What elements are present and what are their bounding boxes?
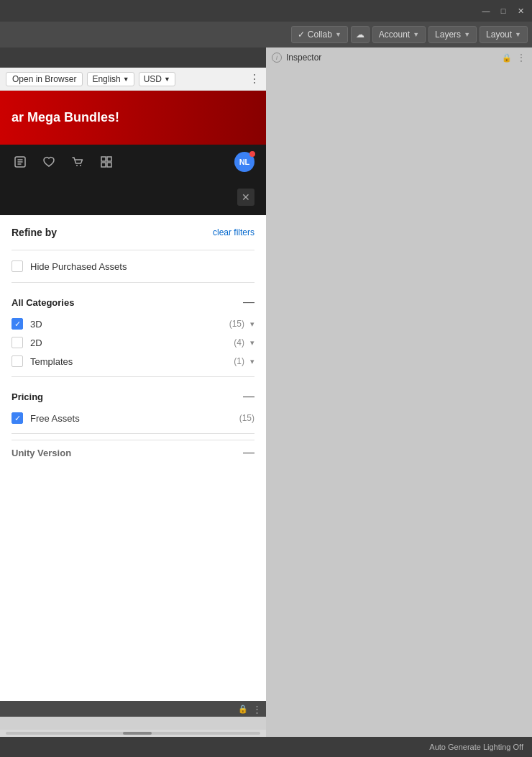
category-2d-item[interactable]: 2D (4) ▾: [12, 333, 254, 352]
bottom-lock-bar: 🔒 ⋮: [0, 701, 266, 717]
caret-icon: ▼: [164, 76, 170, 83]
collapse-unity-version-icon[interactable]: —: [243, 446, 254, 459]
hide-purchased-assets-checkbox[interactable]: [12, 260, 23, 272]
svg-rect-4: [107, 157, 111, 161]
hide-purchased-assets-label: Hide Purchased Assets: [30, 261, 127, 272]
svg-rect-5: [101, 163, 106, 167]
close-button[interactable]: ✕: [515, 5, 526, 17]
divider4: [12, 433, 254, 434]
download-icon[interactable]: [12, 153, 29, 171]
inspector-tab-label: Inspector: [286, 53, 321, 63]
inspector-info-icon: i: [272, 53, 282, 63]
checkmark-icon: ✓: [298, 30, 305, 40]
category-2d-chevron[interactable]: ▾: [250, 338, 254, 348]
clear-filters-link[interactable]: clear filters: [213, 227, 254, 237]
left-panel: Open in Browser English ▼ USD ▼ ⋮ ar Meg…: [0, 68, 266, 717]
grid-icon[interactable]: [98, 153, 115, 171]
account-button[interactable]: Account ▼: [372, 26, 426, 43]
category-templates-count: (1): [234, 356, 244, 366]
panel-tabs-row: i Inspector 🔒 ⋮: [0, 47, 532, 68]
dots-icon[interactable]: ⋮: [516, 52, 526, 63]
category-2d-label: 2D: [30, 337, 231, 348]
currency-selector[interactable]: USD ▼: [139, 72, 175, 86]
pricing-title: Pricing: [12, 391, 43, 402]
cloud-button[interactable]: ☁: [351, 26, 370, 43]
lock-icon-small[interactable]: 🔒: [238, 704, 248, 714]
language-selector[interactable]: English ▼: [87, 72, 134, 86]
all-categories-title: All Categories: [12, 297, 74, 308]
avatar[interactable]: NL: [234, 152, 254, 172]
category-templates-item[interactable]: Templates (1) ▾: [12, 352, 254, 371]
collapse-pricing-icon[interactable]: —: [243, 390, 254, 403]
divider2: [12, 282, 254, 283]
open-in-browser-button[interactable]: Open in Browser: [6, 72, 83, 86]
unity-version-title: Unity Version: [12, 448, 71, 458]
nav-icons-bar: NL: [0, 145, 266, 179]
svg-point-2: [80, 165, 81, 166]
status-bar: Auto Generate Lighting Off: [0, 737, 532, 757]
search-area: ✕: [0, 179, 266, 215]
category-3d-label: 3D: [30, 319, 226, 330]
refine-header: Refine by clear filters: [12, 227, 254, 238]
free-assets-checkbox[interactable]: [12, 412, 23, 424]
unity-version-header: Unity Version —: [12, 440, 254, 465]
hide-purchased-assets-item: Hide Purchased Assets: [12, 256, 254, 276]
category-3d-checkbox[interactable]: [12, 318, 23, 330]
banner: ar Mega Bundles!: [0, 91, 266, 145]
category-templates-checkbox[interactable]: [12, 355, 23, 367]
divider3: [12, 376, 254, 377]
refine-section: Refine by clear filters Hide Purchased A…: [0, 215, 266, 717]
svg-point-1: [76, 165, 78, 166]
title-bar: — □ ✕: [0, 0, 532, 22]
layout-button[interactable]: Layout ▼: [480, 26, 528, 43]
category-3d-item[interactable]: 3D (15) ▾: [12, 314, 254, 333]
layers-button[interactable]: Layers ▼: [428, 26, 477, 43]
panel-top-bar-dots[interactable]: ⋮: [249, 72, 260, 86]
horizontal-scrollbar[interactable]: [0, 730, 266, 737]
free-assets-count: (15): [239, 413, 254, 423]
minimize-button[interactable]: —: [480, 5, 492, 17]
collapse-categories-icon[interactable]: —: [243, 296, 254, 309]
caret-icon: ▼: [413, 31, 419, 38]
left-panel-tab-area: [0, 47, 266, 68]
cart-icon[interactable]: [69, 153, 86, 171]
pricing-header: Pricing —: [12, 383, 254, 409]
svg-rect-3: [101, 157, 106, 161]
caret-icon: ▼: [515, 31, 521, 38]
dots-icon-small[interactable]: ⋮: [252, 704, 262, 715]
category-2d-checkbox[interactable]: [12, 337, 23, 348]
toolbar: ✓ Collab ▼ ☁ Account ▼ Layers ▼ Layout ▼: [0, 22, 532, 47]
banner-text: ar Mega Bundles!: [12, 110, 119, 125]
main-layout: Open in Browser English ▼ USD ▼ ⋮ ar Meg…: [0, 68, 532, 717]
free-assets-label: Free Assets: [30, 413, 237, 424]
free-assets-item[interactable]: Free Assets (15): [12, 409, 254, 427]
category-3d-count: (15): [229, 319, 244, 329]
scroll-track: [6, 732, 260, 735]
divider: [12, 250, 254, 250]
right-panel: [266, 68, 532, 717]
status-text: Auto Generate Lighting Off: [429, 743, 523, 751]
inspector-tab-actions: 🔒 ⋮: [502, 52, 526, 63]
cloud-icon: ☁: [356, 30, 364, 40]
svg-rect-6: [107, 163, 111, 167]
category-templates-label: Templates: [30, 356, 231, 367]
lock-icon[interactable]: 🔒: [502, 53, 512, 63]
inspector-tab[interactable]: i Inspector 🔒 ⋮: [266, 47, 532, 68]
avatar-notification-badge: [249, 151, 255, 157]
search-close-button[interactable]: ✕: [237, 189, 254, 206]
caret-icon: ▼: [123, 76, 129, 83]
refine-title: Refine by: [12, 227, 57, 238]
collab-button[interactable]: ✓ Collab ▼: [291, 26, 348, 43]
all-categories-header: All Categories —: [12, 289, 254, 314]
caret-icon: ▼: [464, 31, 470, 38]
heart-icon[interactable]: [40, 153, 58, 171]
category-2d-count: (4): [234, 337, 244, 348]
scroll-thumb: [123, 732, 152, 735]
category-3d-chevron[interactable]: ▾: [250, 319, 254, 329]
panel-top-bar: Open in Browser English ▼ USD ▼ ⋮: [0, 68, 266, 91]
category-templates-chevron[interactable]: ▾: [250, 357, 254, 366]
caret-icon: ▼: [335, 31, 341, 38]
maximize-button[interactable]: □: [497, 5, 509, 17]
